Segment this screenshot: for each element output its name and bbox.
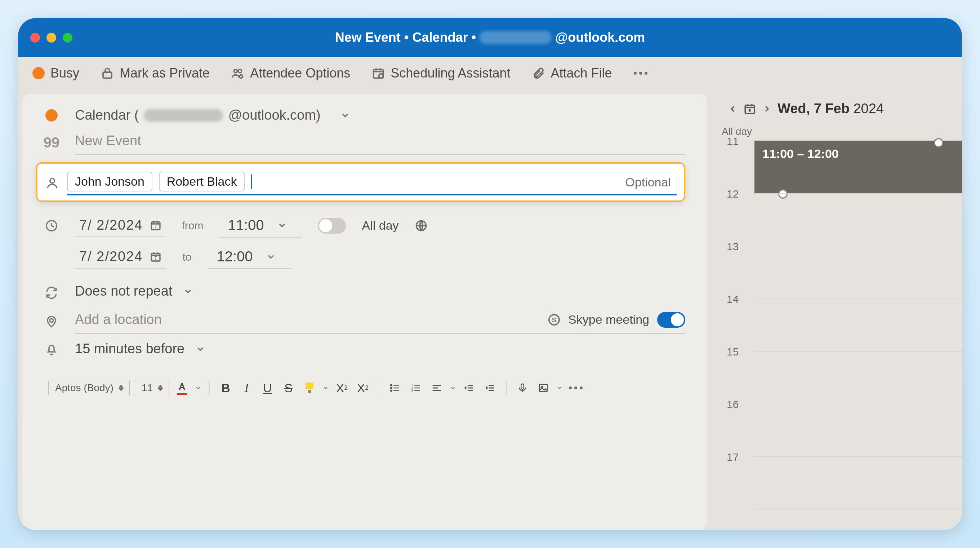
calendar-label-suffix: @outlook.com) — [228, 107, 320, 123]
superscript-button[interactable]: X2 — [334, 380, 350, 396]
close-window-button[interactable] — [30, 33, 40, 43]
calendar-icon: 7 — [150, 220, 161, 231]
from-label: from — [181, 220, 203, 232]
svg-rect-23 — [539, 384, 547, 392]
prev-day-button[interactable] — [729, 105, 737, 113]
svg-rect-0 — [103, 72, 112, 78]
all-day-toggle[interactable] — [318, 218, 346, 234]
hour-row[interactable]: 13 — [754, 246, 962, 299]
dictate-button[interactable] — [514, 380, 530, 396]
hour-label: 17 — [727, 451, 738, 463]
reminder-selector[interactable]: 15 minutes before — [75, 341, 205, 357]
day-date: Wed, 7 Feb 2024 — [778, 101, 884, 116]
hour-row[interactable]: 12 — [754, 194, 962, 246]
all-day-row[interactable] — [754, 123, 962, 141]
attendee-chip[interactable]: Robert Black — [159, 172, 245, 191]
end-time-input[interactable]: 12:00 — [208, 245, 291, 269]
event-title-input[interactable]: New Event — [75, 130, 685, 155]
start-time-row: 7/ 2/2024 7 from 11:00 All day — [44, 213, 685, 237]
svg-rect-22 — [521, 384, 524, 389]
start-time-input[interactable]: 11:00 — [219, 213, 302, 237]
indent-button[interactable] — [482, 380, 498, 396]
font-family-selector[interactable]: Aptos (Body) — [48, 380, 130, 396]
person-icon — [45, 175, 60, 191]
separator — [379, 381, 379, 395]
location-input[interactable]: Add a location — [75, 309, 162, 330]
to-label: to — [182, 251, 191, 263]
bold-button[interactable]: B — [218, 380, 234, 396]
recurrence-selector[interactable]: Does not repeat — [75, 284, 193, 302]
bullet-list-button[interactable] — [387, 380, 403, 396]
insert-picture-button[interactable] — [535, 380, 551, 396]
chevron-down-icon[interactable] — [323, 385, 329, 391]
attach-file-button[interactable]: Attach File — [532, 65, 612, 81]
calendar-row: Calendar ( @outlook.com) — [44, 107, 685, 123]
scheduling-assistant-button[interactable]: Scheduling Assistant — [372, 65, 510, 81]
today-button[interactable] — [744, 103, 756, 115]
highlight-button[interactable] — [302, 380, 317, 396]
calendar-selector[interactable]: Calendar ( @outlook.com) — [75, 107, 350, 123]
font-size-selector[interactable]: 11 — [135, 380, 169, 396]
more-options-button[interactable] — [634, 72, 648, 75]
align-button[interactable] — [429, 380, 445, 396]
skype-label: Skype meeting — [568, 312, 649, 327]
maximize-window-button[interactable] — [63, 33, 72, 43]
title-row: 99 New Event — [44, 130, 685, 155]
hour-row[interactable]: 16 — [754, 404, 962, 457]
hour-row[interactable]: 17 — [754, 457, 962, 510]
reminder-row: 15 minutes before — [44, 341, 685, 357]
day-header: Wed, 7 Feb 2024 — [714, 101, 962, 123]
hour-row[interactable]: 11 — [754, 141, 962, 194]
paperclip-icon — [532, 67, 545, 80]
attendees-field-highlighted[interactable]: John Jonson Robert Black Optional — [36, 162, 685, 202]
attendees-input[interactable]: John Jonson Robert Black — [67, 169, 677, 195]
font-color-button[interactable]: A — [174, 380, 190, 396]
svg-point-17 — [391, 387, 392, 389]
calendar-color-icon — [44, 108, 59, 123]
hour-row[interactable]: 15 — [754, 352, 962, 404]
event-form: Calendar ( @outlook.com) 99 New Event — [22, 94, 707, 530]
hour-label: 13 — [727, 241, 738, 253]
chevron-down-icon[interactable] — [195, 385, 201, 391]
skype-toggle[interactable] — [657, 312, 685, 328]
attach-file-label: Attach File — [551, 65, 612, 81]
hour-label: 12 — [727, 188, 738, 200]
attendee-chip[interactable]: John Jonson — [67, 172, 153, 191]
attendee-options-button[interactable]: Attendee Options — [231, 65, 350, 81]
start-date-input[interactable]: 7/ 2/2024 7 — [75, 214, 166, 237]
svg-text:7: 7 — [154, 224, 157, 229]
optional-attendees-button[interactable]: Optional — [625, 175, 671, 189]
minimize-window-button[interactable] — [46, 33, 56, 43]
chevron-down-icon[interactable] — [450, 385, 456, 391]
subscript-button[interactable]: X2 — [355, 380, 371, 396]
reminder-value: 15 minutes before — [75, 341, 185, 357]
underline-button[interactable]: U — [260, 380, 275, 396]
italic-button[interactable]: I — [239, 380, 255, 396]
show-as-busy-button[interactable]: Busy — [32, 65, 79, 81]
hour-row[interactable]: 14 — [754, 299, 962, 352]
svg-point-3 — [240, 75, 243, 78]
busy-label: Busy — [51, 65, 79, 81]
more-formatting-button[interactable] — [568, 380, 584, 396]
recurrence-row: Does not repeat — [44, 284, 685, 302]
chevron-down-icon[interactable] — [556, 385, 563, 391]
next-day-button[interactable] — [762, 105, 771, 113]
new-event-window: New Event • Calendar • @outlook.com Busy… — [18, 18, 962, 530]
day-grid[interactable]: All day 11:00 – 12:00 11 12 13 14 15 16 … — [714, 123, 962, 510]
mark-private-button[interactable]: Mark as Private — [101, 65, 210, 81]
skype-meeting-control: S Skype meeting — [548, 312, 685, 328]
repeat-icon — [44, 285, 59, 300]
numbered-list-button[interactable]: 123 — [408, 380, 424, 396]
text-cursor — [251, 175, 252, 189]
location-row: Add a location S Skype meeting — [44, 309, 685, 334]
window-title-prefix: New Event • Calendar • — [335, 30, 476, 45]
ellipsis-icon — [569, 387, 582, 389]
outdent-button[interactable] — [461, 380, 477, 396]
end-date-input[interactable]: 7/ 2/2024 7 — [75, 245, 166, 269]
strikethrough-button[interactable]: S — [281, 380, 296, 396]
timezone-icon[interactable] — [415, 219, 428, 232]
highlight-icon — [305, 382, 313, 393]
event-toolbar: Busy Mark as Private Attendee Options Sc… — [18, 57, 962, 89]
attendee-options-icon — [231, 67, 244, 80]
hour-label: 11 — [727, 135, 738, 147]
